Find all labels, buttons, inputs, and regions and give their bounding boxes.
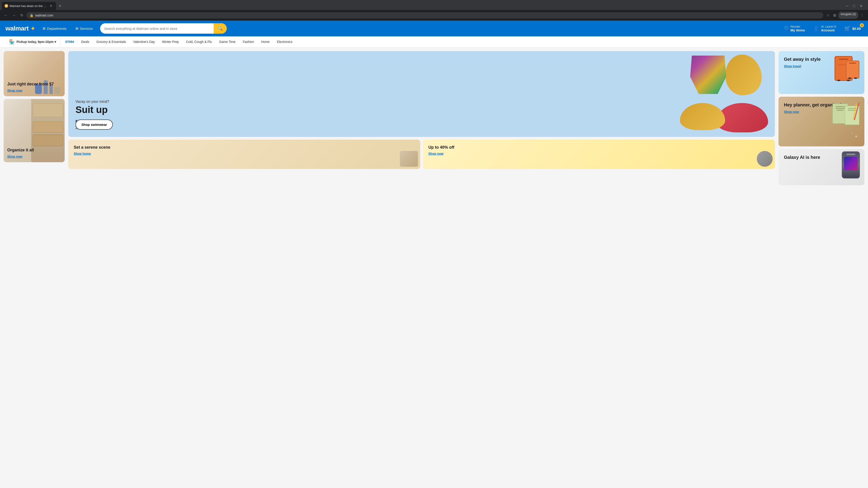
browser-menu-icon[interactable]: ⋮ (859, 12, 865, 19)
zip-code[interactable]: 07094 (63, 40, 77, 43)
planner-visual (826, 101, 862, 142)
search-bar[interactable]: 🔍 (100, 23, 227, 34)
small-luggage-wheel-right (854, 77, 857, 79)
nav-link-electronics[interactable]: Electronics (274, 37, 296, 47)
organize-promo-background: Organize it all Shop now (4, 99, 65, 162)
hero-banner[interactable]: Vacay on your mind? Suit up Shop swimwea… (68, 51, 775, 137)
new-tab-button[interactable]: + (57, 2, 63, 9)
nav-link-deals[interactable]: Deals (78, 37, 92, 47)
main-content: Just right decor from $7 Shop now Organi… (0, 47, 868, 189)
travel-side-card[interactable]: Get away in style Shop travel (778, 51, 864, 94)
services-grid-icon: ⊞ (75, 26, 79, 31)
shop-swimwear-button[interactable]: Shop swimwear (75, 120, 113, 130)
search-button[interactable]: 🔍 (214, 23, 227, 34)
bikini-bottom-gold (680, 103, 725, 130)
confetti-dot-1 (855, 135, 857, 137)
nav-link-winter-prep[interactable]: Winter Prep (159, 37, 182, 47)
departments-nav-item[interactable]: ⊞ Departments (41, 26, 68, 31)
luggage-visual (830, 54, 862, 91)
reorder-items-action[interactable]: ♡ Reorder My Items (782, 24, 807, 33)
luggage-wheel-right (847, 80, 850, 81)
phone-visual (842, 151, 860, 178)
nav-link-cold-cough[interactable]: Cold, Cough & Flu (183, 37, 215, 47)
nav-link-fashion[interactable]: Fashion (240, 37, 257, 47)
shelf-row-2 (33, 122, 63, 133)
luggage-handle (839, 59, 848, 60)
nav-link-home[interactable]: Home (258, 37, 273, 47)
nav-link-game-time[interactable]: Game Time (216, 37, 239, 47)
walmart-spark-icon: ✦ (30, 25, 35, 32)
incognito-button[interactable]: Incognito (3) (838, 12, 858, 19)
account-text: Hi, Lauren D Account (821, 25, 836, 32)
discount-link[interactable]: Shop now (428, 152, 443, 156)
home-scene-link[interactable]: Shop home (74, 152, 91, 156)
tab-close-button[interactable]: ✕ (49, 4, 53, 8)
nav-link-valentines[interactable]: Valentine's Day (130, 37, 158, 47)
lock-icon: 🔒 (30, 13, 33, 17)
decor-promo-title: Just right decor from $7 (7, 82, 61, 87)
minimize-button[interactable]: ─ (845, 3, 849, 9)
departments-grid-icon: ⊞ (43, 26, 46, 31)
cart-icon: 🛒 (844, 26, 850, 31)
small-luggage-wheel-left (848, 77, 851, 79)
cart-badge: 0 (860, 23, 864, 27)
decor-promo-link[interactable]: Shop now (7, 89, 22, 92)
bikini-top-gold (722, 52, 765, 98)
tab-favicon: W (4, 4, 8, 8)
close-window-button[interactable]: ✕ (859, 3, 864, 9)
account-person-icon: 👤 (813, 26, 819, 31)
shelf-row-3 (33, 135, 63, 146)
departments-label: Departments (47, 27, 66, 31)
right-column: Get away in style Shop travel (778, 51, 864, 185)
small-luggage (846, 61, 860, 78)
cart-action[interactable]: 🛒 0 $0.00 (842, 25, 863, 32)
account-sub-label: Hi, Lauren D (821, 25, 836, 28)
home-scene-banner[interactable]: Set a serene scene Shop home (68, 140, 420, 169)
hero-content: Vacay on your mind? Suit up Shop swimwea… (68, 92, 120, 137)
pickup-label: Pickup today, 9pm-10pm ▾ (17, 40, 56, 43)
swimsuit-colorful (687, 56, 730, 94)
discount-title: Up to 40% off (428, 145, 770, 150)
active-tab[interactable]: W Walmart has deals on the most... ✕ (2, 2, 56, 10)
services-label: Services (80, 27, 93, 31)
services-nav-item[interactable]: ⊞ Services (74, 26, 95, 31)
galaxy-side-card[interactable]: Galaxy AI is here (778, 149, 864, 185)
hero-sub-text: Vacay on your mind? (75, 100, 113, 104)
reload-button[interactable]: ↻ (19, 12, 25, 19)
organize-promo-title: Organize it all (7, 148, 61, 153)
address-bar[interactable]: 🔒 walmart.com (26, 12, 823, 19)
reorder-sub-label: Reorder (790, 25, 805, 28)
split-screen-icon[interactable]: ⊞ (832, 12, 837, 19)
shelf-row-1 (33, 103, 63, 117)
forward-button[interactable]: → (11, 12, 17, 19)
search-input[interactable] (100, 24, 214, 33)
tab-bar: W Walmart has deals on the most... ✕ + ─… (0, 0, 868, 10)
account-action[interactable]: 👤 Hi, Lauren D Account (811, 24, 838, 33)
pickup-info[interactable]: 🏪 Pickup today, 9pm-10pm ▾ (5, 36, 60, 47)
decor-promo-card[interactable]: Just right decor from $7 Shop now (4, 51, 65, 96)
back-button[interactable]: ← (3, 12, 9, 19)
bottom-banners: Set a serene scene Shop home Up to 40% o… (68, 140, 775, 169)
planner-line-2 (836, 108, 845, 109)
bookmark-star-icon[interactable]: ☆ (825, 12, 831, 19)
nav-link-grocery[interactable]: Grocery & Essentials (93, 37, 129, 47)
browser-toolbar: ← → ↻ 🔒 walmart.com ☆ ⊞ Incognito (3) ⋮ (0, 10, 868, 21)
organize-promo-card[interactable]: Organize it all Shop now (4, 99, 65, 162)
walmart-logo[interactable]: walmart ✦ (5, 25, 35, 32)
browser-chrome: W Walmart has deals on the most... ✕ + ─… (0, 0, 868, 21)
planner-card-link[interactable]: Shop now (784, 110, 799, 113)
travel-card-link[interactable]: Shop travel (784, 64, 801, 68)
url-text: walmart.com (35, 13, 820, 17)
organize-promo-link[interactable]: Shop now (7, 155, 22, 158)
secondary-nav: 🏪 Pickup today, 9pm-10pm ▾ 07094 Deals G… (0, 36, 868, 47)
phone-notch (846, 154, 855, 155)
store-location-icon: 🏪 (9, 39, 15, 44)
left-column: Just right decor from $7 Shop now Organi… (4, 51, 65, 185)
discount-visual (757, 151, 773, 167)
tab-title: Walmart has deals on the most... (9, 4, 48, 8)
maximize-button[interactable]: □ (852, 3, 856, 9)
planner-side-card[interactable]: Hey planner, get organized Shop now (778, 97, 864, 147)
window-controls: ─ □ ✕ (842, 3, 866, 9)
discount-banner[interactable]: Up to 40% off Shop now (423, 140, 775, 169)
confetti-dot-2 (851, 133, 852, 134)
